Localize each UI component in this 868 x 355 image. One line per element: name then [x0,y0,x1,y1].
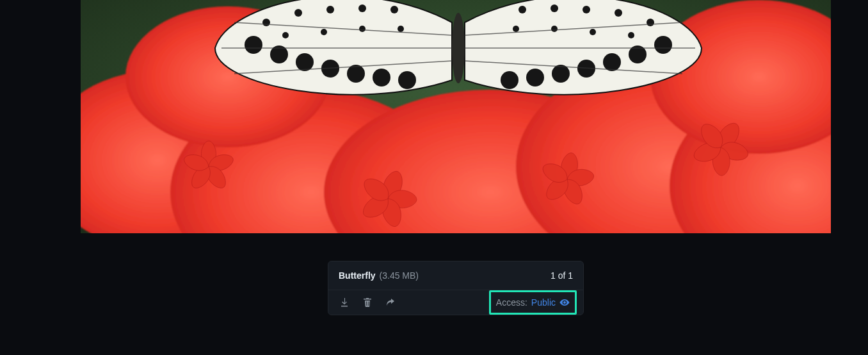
svg-point-33 [321,29,327,35]
svg-point-8 [245,36,262,54]
svg-point-39 [513,26,519,32]
svg-point-25 [358,4,366,12]
svg-point-24 [326,6,334,13]
svg-point-23 [294,9,302,17]
access-label: Access: [496,297,527,308]
eye-icon [559,297,570,308]
svg-point-10 [296,53,314,71]
svg-point-36 [628,32,634,38]
svg-point-29 [583,6,590,13]
svg-point-31 [518,6,526,13]
file-title: Butterfly [339,270,376,281]
svg-point-26 [390,6,398,13]
svg-point-13 [373,69,390,87]
svg-point-22 [262,19,270,26]
trash-icon [362,297,373,308]
file-position: 1 of 1 [551,270,573,281]
svg-point-14 [398,71,416,89]
svg-point-27 [647,19,654,26]
butterfly-photo [81,0,831,233]
file-size: (3.45 MB) [380,270,419,281]
svg-point-40 [452,13,465,83]
file-actions-row: Access: Public [328,290,583,315]
file-info-panel: Butterfly (3.45 MB) 1 of 1 Access: Publi… [328,261,584,315]
svg-point-30 [551,4,558,12]
file-info-header: Butterfly (3.45 MB) 1 of 1 [328,261,583,290]
svg-point-38 [551,26,558,32]
download-button[interactable] [335,293,354,312]
svg-point-32 [282,32,289,38]
svg-point-20 [526,69,544,87]
svg-point-34 [359,26,366,32]
access-control[interactable]: Access: Public [489,290,577,315]
svg-point-37 [590,29,596,35]
svg-point-15 [654,36,672,54]
svg-point-17 [603,53,621,71]
delete-button[interactable] [358,293,377,312]
download-icon [339,297,350,308]
image-preview[interactable] [81,0,831,233]
share-icon [385,297,396,308]
share-button[interactable] [381,293,400,312]
svg-point-12 [347,65,365,83]
svg-point-28 [615,9,622,17]
svg-point-19 [552,65,570,83]
access-value[interactable]: Public [531,297,556,308]
svg-point-35 [398,26,404,32]
svg-point-21 [501,71,518,89]
